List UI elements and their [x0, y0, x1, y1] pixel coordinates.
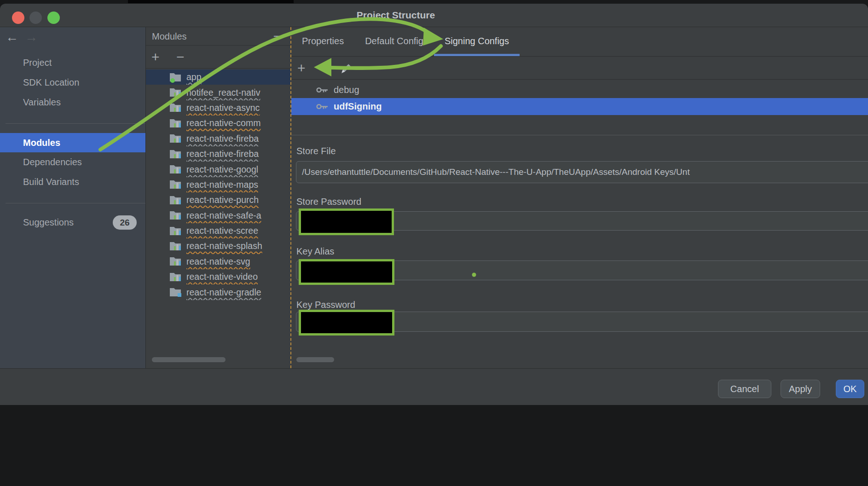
signing-config-row-debug[interactable]: debug	[291, 81, 868, 98]
sidebar-item-modules[interactable]: Modules	[0, 133, 145, 152]
add-signing-config-button[interactable]: +	[297, 58, 306, 78]
signing-config-list: debug udfSigning	[291, 81, 868, 115]
module-name: react-native-purch	[186, 195, 259, 205]
module-folder-icon	[168, 256, 182, 267]
sidebar-item-build-variants[interactable]: Build Variants	[0, 172, 145, 192]
sidebar-divider	[6, 203, 145, 203]
remove-signing-config-button[interactable]: −	[318, 58, 326, 78]
module-tree-row[interactable]: react-native-safe-a	[146, 208, 290, 223]
modules-panel: Modules — + − app	[146, 27, 291, 368]
sidebar-item-suggestions[interactable]: Suggestions 26	[0, 213, 145, 232]
module-name: react-native-scree	[186, 226, 258, 236]
tab-default-config[interactable]: Default Config	[354, 27, 434, 56]
store-password-redaction-overlay	[299, 208, 394, 235]
sidebar-item-label: SDK Location	[23, 77, 79, 87]
module-tree-row[interactable]: react-native-gradle	[146, 284, 290, 300]
store-file-label: Store File	[296, 146, 336, 156]
sidebar-divider	[6, 123, 145, 124]
dialog-button-bar: Cancel Apply OK	[0, 368, 868, 405]
cancel-button[interactable]: Cancel	[718, 380, 771, 398]
module-tree-row[interactable]: react-native-svg	[146, 254, 290, 269]
edit-pencil-icon[interactable]	[339, 62, 352, 76]
modules-horizontal-scrollbar[interactable]	[152, 357, 226, 362]
module-name: react-native-safe-a	[186, 210, 261, 221]
form-separator	[291, 135, 868, 135]
signing-config-name: udfSigning	[334, 101, 382, 112]
sidebar-item-label: Modules	[23, 138, 60, 148]
module-name: react-native-comm	[186, 118, 260, 128]
module-tree-row[interactable]: react-native-googl	[146, 162, 290, 177]
module-folder-icon	[168, 149, 182, 160]
module-folder-icon	[168, 241, 182, 252]
module-name: react-native-gradle	[186, 287, 261, 298]
remove-module-button[interactable]: −	[176, 47, 185, 67]
signing-config-name: debug	[334, 85, 359, 95]
key-icon	[316, 103, 328, 110]
store-file-input[interactable]: /Users/ethantuttle/Documents/GitHub/Reac…	[296, 161, 868, 183]
sidebar-items: Project SDK Location Variables Modules D…	[0, 53, 145, 232]
module-tree-row[interactable]: react-native-fireba	[146, 131, 290, 146]
module-name: react-native-svg	[186, 256, 250, 267]
modules-toolbar: + −	[146, 46, 290, 69]
modules-panel-title: Modules	[152, 31, 187, 41]
module-name: app	[186, 72, 202, 82]
module-tree-row[interactable]: react-native-video	[146, 269, 290, 284]
module-folder-icon	[168, 179, 182, 190]
store-password-label: Store Password	[296, 197, 361, 207]
module-tree-row[interactable]: react-native-async	[146, 100, 290, 116]
key-password-label: Key Password	[296, 300, 355, 310]
module-folder-icon	[168, 195, 182, 206]
sidebar-item-label: Suggestions	[23, 217, 74, 227]
module-folder-icon	[168, 87, 182, 98]
module-name: notifee_react-nativ	[186, 87, 260, 98]
back-arrow-icon[interactable]: ←	[6, 28, 18, 46]
module-folder-icon	[168, 133, 182, 144]
module-tree-row[interactable]: app	[146, 69, 290, 85]
tab-signing-configs[interactable]: Signing Configs	[434, 27, 520, 56]
module-folder-icon	[168, 164, 182, 175]
module-name: react-native-googl	[186, 164, 258, 175]
module-name: react-native-fireba	[186, 149, 259, 159]
close-traffic-light[interactable]	[12, 12, 24, 24]
module-name: react-native-fireba	[186, 133, 259, 144]
module-folder-icon	[168, 72, 182, 83]
module-tree-row[interactable]: react-native-splash	[146, 238, 290, 254]
signing-configs-toolbar: + −	[291, 57, 868, 80]
module-tree-row[interactable]: react-native-comm	[146, 116, 290, 131]
module-tree-row[interactable]: react-native-maps	[146, 177, 290, 192]
module-folder-icon	[168, 210, 182, 221]
module-tree-row[interactable]: notifee_react-nativ	[146, 85, 290, 100]
module-tree-row[interactable]: react-native-scree	[146, 223, 290, 238]
module-name: react-native-splash	[186, 241, 262, 251]
ok-button[interactable]: OK	[836, 380, 864, 398]
sidebar-item-project[interactable]: Project	[0, 53, 145, 73]
key-icon	[316, 86, 328, 94]
zoom-traffic-light[interactable]	[47, 12, 60, 24]
add-module-button[interactable]: +	[151, 47, 160, 67]
hide-panel-icon[interactable]: —	[274, 27, 284, 45]
module-name: react-native-maps	[186, 179, 258, 190]
background-ide-remnant	[128, 0, 294, 3]
forward-arrow-icon[interactable]: →	[25, 28, 38, 46]
module-tree-row[interactable]: react-native-fireba	[146, 146, 290, 162]
sidebar-item-label: Variables	[23, 97, 61, 107]
sidebar-item-variables[interactable]: Variables	[0, 93, 145, 112]
module-folder-icon	[168, 272, 182, 283]
key-alias-label: Key Alias	[296, 246, 334, 257]
tab-properties[interactable]: Properties	[291, 27, 354, 56]
sidebar-item-dependencies[interactable]: Dependencies	[0, 152, 145, 172]
module-tree-row[interactable]: react-native-purch	[146, 192, 290, 208]
modules-tree: app notifee_react-nativ react-native-asy…	[146, 69, 290, 300]
minimize-traffic-light[interactable]	[29, 12, 42, 24]
key-alias-redaction-overlay	[299, 259, 394, 285]
module-folder-icon	[168, 118, 182, 129]
main-horizontal-scrollbar[interactable]	[296, 357, 334, 362]
signing-config-row-udfSigning[interactable]: udfSigning	[291, 98, 868, 115]
module-folder-icon	[168, 287, 182, 298]
sidebar-item-label: Project	[23, 58, 52, 68]
sidebar-item-label: Build Variants	[23, 177, 79, 187]
apply-button[interactable]: Apply	[781, 380, 820, 398]
sidebar-item-sdk-location[interactable]: SDK Location	[0, 73, 145, 93]
module-name: react-native-video	[186, 272, 258, 282]
screenshot-root: Project Structure ← → Project SDK Locati…	[0, 0, 868, 486]
